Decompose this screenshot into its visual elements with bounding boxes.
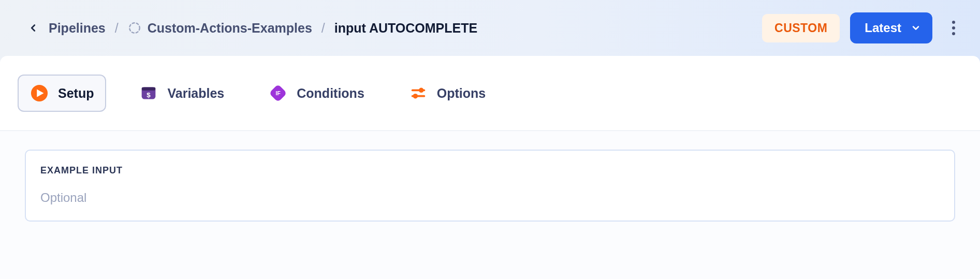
- svg-point-1: [952, 21, 955, 24]
- tab-label: Setup: [58, 86, 94, 101]
- variables-icon: $: [139, 84, 158, 102]
- breadcrumb-separator: /: [115, 21, 119, 36]
- custom-badge: CUSTOM: [762, 14, 840, 42]
- breadcrumb-project-label: Custom-Actions-Examples: [148, 21, 312, 36]
- svg-rect-7: [142, 87, 156, 90]
- top-bar-actions: CUSTOM Latest: [762, 12, 964, 43]
- breadcrumb-project[interactable]: Custom-Actions-Examples: [128, 21, 312, 36]
- example-input-field[interactable]: [40, 190, 940, 205]
- latest-button-label: Latest: [865, 21, 901, 35]
- chevron-left-icon: [27, 22, 39, 34]
- svg-point-13: [419, 88, 423, 93]
- example-input-label: EXAMPLE INPUT: [40, 165, 940, 176]
- tab-setup[interactable]: Setup: [18, 75, 106, 112]
- top-bar: Pipelines / Custom-Actions-Examples / in…: [0, 0, 980, 56]
- pipeline-placeholder-icon: [128, 21, 141, 35]
- tab-conditions[interactable]: IF Conditions: [257, 76, 376, 111]
- content-panel: EXAMPLE INPUT: [0, 131, 980, 279]
- latest-dropdown-button[interactable]: Latest: [850, 12, 932, 43]
- breadcrumb-separator: /: [321, 21, 325, 36]
- tab-label: Options: [437, 86, 486, 101]
- conditions-icon: IF: [269, 84, 287, 102]
- tab-options[interactable]: Options: [398, 76, 497, 111]
- svg-text:$: $: [147, 91, 151, 99]
- svg-point-14: [413, 94, 417, 98]
- svg-text:IF: IF: [276, 90, 281, 96]
- tab-variables[interactable]: $ Variables: [128, 76, 236, 111]
- svg-point-3: [952, 32, 955, 35]
- tab-label: Variables: [167, 86, 224, 101]
- example-input-card: EXAMPLE INPUT: [25, 150, 955, 222]
- chevron-down-icon: [911, 23, 921, 33]
- svg-point-0: [129, 23, 140, 33]
- play-icon: [30, 84, 49, 102]
- back-button[interactable]: [25, 20, 41, 36]
- tab-strip: Setup $ Variables IF Conditions: [0, 56, 980, 131]
- breadcrumb-current: input AUTOCOMPLETE: [334, 21, 477, 36]
- svg-point-2: [952, 26, 955, 30]
- more-menu-button[interactable]: [943, 17, 964, 39]
- breadcrumb-root[interactable]: Pipelines: [49, 21, 106, 36]
- breadcrumb: Pipelines / Custom-Actions-Examples / in…: [49, 21, 755, 36]
- tab-label: Conditions: [297, 86, 364, 101]
- kebab-icon: [952, 20, 956, 36]
- options-icon: [409, 84, 428, 102]
